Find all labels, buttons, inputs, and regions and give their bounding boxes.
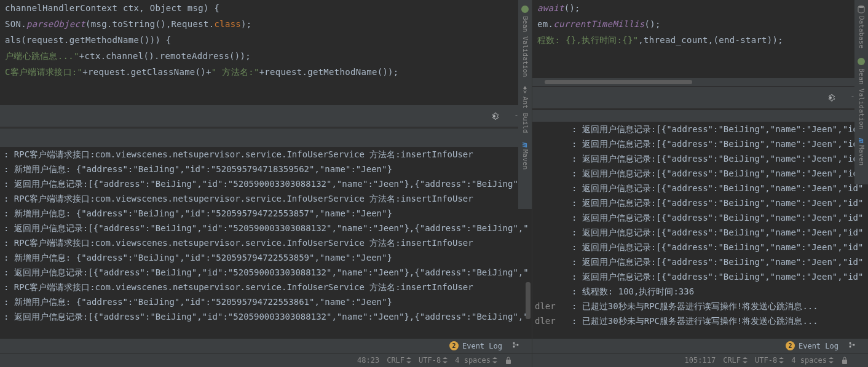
sidebar-database[interactable]: Database — [857, 2, 866, 51]
console-line: : RPC客户端请求接口:com.viewscenes.netsuperviso… — [4, 191, 532, 206]
right-notif-bar: 2 Event Log — [532, 338, 868, 353]
indent[interactable]: 4 spaces — [455, 356, 497, 365]
left-console-toolbar — [0, 105, 532, 127]
console-line: : RPC客户端请求接口:com.viewscenes.netsuperviso… — [4, 280, 532, 294]
left-pane-right-sidebar: Bean Validation Ant Build m Maven — [518, 0, 532, 209]
sidebar-bean-validation[interactable]: Bean Validation — [857, 55, 866, 132]
svg-point-3 — [517, 344, 519, 346]
code-line: als(request.getMethodName())) { — [5, 32, 532, 48]
right-status-bar: 105:117 CRLF UTF-8 4 spaces — [532, 353, 868, 367]
sidebar-maven[interactable]: m Maven — [521, 140, 530, 172]
svg-point-12 — [858, 58, 865, 65]
left-console-tabs — [0, 128, 532, 147]
console-line: : 线程数: 100,执行时间:336 — [535, 284, 868, 299]
console-line: : 返回用户信息记录:[{"address":"BeiJing","id":"5… — [4, 176, 532, 191]
left-status-bar: 48:23 CRLF UTF-8 4 spaces — [0, 353, 532, 367]
console-line: : 返回用户信息记录:[{"address":"BeiJing","name":… — [535, 122, 868, 136]
left-console[interactable]: : RPC客户端请求接口:com.viewscenes.netsuperviso… — [0, 147, 532, 338]
svg-rect-6 — [852, 97, 854, 97]
git-icon[interactable] — [848, 341, 856, 350]
console-line: : 返回用户信息记录:[{"address":"BeiJing","name":… — [535, 166, 868, 181]
right-console-toolbar — [532, 86, 868, 108]
indent[interactable]: 4 spaces — [791, 356, 834, 365]
line-separator[interactable]: CRLF — [387, 356, 411, 365]
code-line: SON.parseObject(msg.toString(),Request.c… — [5, 16, 532, 32]
console-line: : 返回用户信息记录:[{"address":"BeiJing","name":… — [535, 269, 868, 284]
code-line: await(); — [537, 0, 868, 16]
console-line: : 返回用户信息记录:[{"address":"BeiJing","name":… — [535, 136, 868, 151]
console-line: : 返回用户信息记录:[{"address":"BeiJing","name":… — [535, 151, 868, 166]
code-line: channelHandlerContext ctx, Object msg) { — [5, 0, 532, 16]
console-line: : RPC客户端请求接口:com.viewscenes.netsuperviso… — [4, 235, 532, 250]
right-console[interactable]: : 返回用户信息记录:[{"address":"BeiJing","name":… — [532, 122, 868, 338]
console-line: dler: 已超过30秒未与RPC服务器进行读写操作!将发送心跳消息... — [535, 299, 868, 314]
console-line: : 返回用户信息记录:[{"address":"BeiJing","name":… — [535, 210, 868, 225]
console-line: : 新增用户信息: {"address":"BeiJing","id":"520… — [4, 294, 532, 309]
right-code-editor[interactable]: await();em.currentTimeMillis();程数: {},执行… — [532, 0, 868, 77]
encoding[interactable]: UTF-8 — [755, 356, 784, 365]
right-console-tabs — [532, 109, 868, 122]
git-icon[interactable] — [512, 341, 519, 350]
svg-point-8 — [850, 346, 851, 348]
console-line: : 新增用户信息: {"address":"BeiJing","id":"520… — [4, 206, 532, 221]
sidebar-maven[interactable]: m Maven — [857, 135, 866, 168]
caret-pos[interactable]: 48:23 — [357, 356, 379, 365]
console-line: : 返回用户信息记录:[{"address":"BeiJing","name":… — [535, 195, 868, 210]
code-line: C客户端请求接口:"+request.getClassName()+" 方法名:… — [5, 64, 532, 80]
line-separator[interactable]: CRLF — [723, 356, 748, 365]
code-line: em.currentTimeMillis(); — [537, 16, 868, 32]
encoding[interactable]: UTF-8 — [419, 356, 448, 365]
lock-icon[interactable] — [841, 356, 848, 365]
console-line: : 返回用户信息记录:[{"address":"BeiJing","id":"5… — [4, 309, 532, 324]
right-pane-right-sidebar: Database Bean Validation m Maven — [854, 0, 868, 184]
svg-point-2 — [513, 346, 515, 348]
console-line: dler: 已超过30秒未与RPC服务器进行读写操作!将发送心跳消息... — [535, 314, 868, 328]
svg-rect-4 — [506, 360, 511, 364]
gear-icon[interactable] — [489, 111, 500, 122]
sidebar-bean-validation[interactable]: Bean Validation — [521, 2, 529, 79]
event-log-link[interactable]: Event Log — [799, 342, 838, 350]
svg-point-1 — [513, 342, 515, 344]
svg-rect-10 — [842, 360, 847, 364]
svg-point-5 — [521, 6, 529, 13]
code-line: 程数: {},执行时间:{}",thread_count,(end-start)… — [537, 32, 868, 48]
svg-point-7 — [850, 342, 851, 344]
console-line: : 新增用户信息: {"address":"BeiJing","id":"520… — [4, 162, 532, 176]
console-line: : 返回用户信息记录:[{"address":"BeiJing","id":"5… — [4, 221, 532, 235]
code-line: 户端心跳信息..."+ctx.channel().remoteAddress()… — [5, 48, 532, 64]
notif-badge: 2 — [449, 341, 459, 350]
svg-point-11 — [858, 6, 864, 8]
caret-pos[interactable]: 105:117 — [685, 356, 716, 365]
console-line: : 返回用户信息记录:[{"address":"BeiJing","id":"5… — [4, 265, 532, 280]
h-scrollbar[interactable] — [532, 78, 868, 86]
scrollbar-thumb[interactable] — [526, 282, 531, 319]
notif-badge: 2 — [786, 341, 795, 350]
left-notif-bar: 2 Event Log — [0, 338, 532, 353]
sidebar-ant-build[interactable]: Ant Build — [521, 83, 529, 136]
console-line: : 返回用户信息记录:[{"address":"BeiJing","name":… — [535, 181, 868, 195]
console-line: : 返回用户信息记录:[{"address":"BeiJing","name":… — [535, 225, 868, 240]
gear-icon[interactable] — [825, 92, 836, 103]
svg-point-9 — [853, 344, 855, 346]
console-line: : 返回用户信息记录:[{"address":"BeiJing","name":… — [535, 240, 868, 255]
console-line: : 新增用户信息: {"address":"BeiJing","id":"520… — [4, 250, 532, 265]
console-line: : 返回用户信息记录:[{"address":"BeiJing","name":… — [535, 255, 868, 269]
left-code-editor[interactable]: channelHandlerContext ctx, Object msg) {… — [0, 0, 532, 105]
console-line: : RPC客户端请求接口:com.viewscenes.netsuperviso… — [4, 147, 532, 162]
svg-rect-0 — [516, 115, 518, 116]
event-log-link[interactable]: Event Log — [462, 342, 502, 350]
lock-icon[interactable] — [505, 356, 512, 365]
